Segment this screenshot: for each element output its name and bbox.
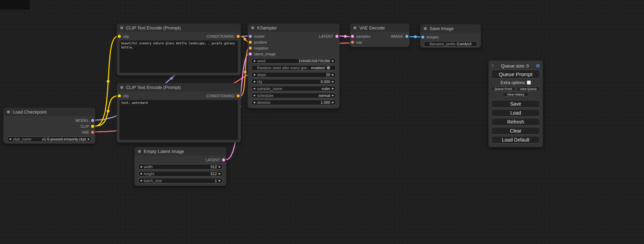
collapse-dot-icon[interactable]	[138, 150, 141, 153]
collapse-dot-icon[interactable]	[353, 26, 356, 29]
widget-label: cfg	[257, 80, 262, 84]
samples-input-dot[interactable]	[351, 35, 354, 38]
slot-label-samples: samples	[356, 34, 370, 38]
increment-arrow-icon[interactable]: ▶	[332, 79, 334, 84]
node-empty-latent-image[interactable]: Empty Latent Image LATENT ◀ width 512 ▶ …	[134, 147, 226, 186]
negative-input-dot[interactable]	[249, 46, 252, 49]
vae-input-dot[interactable]	[351, 40, 354, 44]
slot-row-model-latent: model LATENT	[248, 33, 339, 39]
decrement-arrow-icon[interactable]: ◀	[253, 100, 255, 105]
model-input-dot[interactable]	[249, 35, 252, 38]
width-widget[interactable]: ◀ width 512 ▶	[138, 164, 223, 170]
decrement-arrow-icon[interactable]: ◀	[253, 72, 255, 77]
cfg-widget[interactable]: ◀ cfg 8.000 ▶	[251, 79, 336, 84]
drag-handle-icon[interactable]: ⠿	[491, 64, 494, 68]
node-load-checkpoint[interactable]: Load Checkpoint MODEL CLIP VAE ◀ ckpt_na…	[3, 108, 95, 144]
node-vae-decode[interactable]: VAE Decode samples IMAGE vae	[350, 24, 409, 47]
steps-widget[interactable]: ◀ steps 20 ▶	[251, 72, 336, 78]
decrement-arrow-icon[interactable]: ◀	[253, 86, 255, 91]
queue-prompt-button[interactable]: Queue Prompt	[491, 70, 540, 79]
extra-options-checkbox[interactable]	[527, 81, 531, 84]
latent-image-input-dot[interactable]	[249, 52, 252, 55]
decrement-arrow-icon[interactable]: ◀	[140, 171, 142, 176]
conditioning-output-dot[interactable]	[237, 35, 240, 38]
node-clip-text-encode-negative[interactable]: CLIP Text Encode (Prompt) clip CONDITION…	[117, 83, 241, 143]
increment-arrow-icon[interactable]: ▶	[332, 72, 334, 77]
latent-output-dot[interactable]	[335, 35, 338, 38]
node-save-image[interactable]: Save Image images filename_prefix ComfyU…	[420, 24, 481, 48]
image-output-dot[interactable]	[405, 35, 408, 38]
decrement-arrow-icon[interactable]: ◀	[140, 164, 142, 169]
widget-value: 20	[326, 73, 330, 77]
negative-prompt-textarea[interactable]: text, watermark	[120, 100, 238, 140]
node-title-bar[interactable]: CLIP Text Encode (Prompt)	[117, 83, 241, 91]
model-output-dot[interactable]	[91, 119, 94, 122]
batch-size-widget[interactable]: ◀ batch_size 1 ▶	[138, 178, 223, 183]
collapse-dot-icon[interactable]	[424, 27, 427, 30]
node-clip-text-encode-positive[interactable]: CLIP Text Encode (Prompt) clip CONDITION…	[117, 24, 241, 75]
decrement-arrow-icon[interactable]: ◀	[253, 93, 255, 98]
positive-prompt-textarea[interactable]: beautiful scenery nature glass bottle la…	[120, 40, 238, 73]
increment-arrow-icon[interactable]: ▶	[332, 100, 334, 105]
wire-midpoint-dot-clip-negative	[107, 110, 109, 112]
ckpt-name-widget[interactable]: ◀ ckpt_name v1-5-pruned-emaonly.ckpt ▶	[7, 136, 92, 142]
conditioning-output-dot[interactable]	[237, 94, 240, 97]
denoise-widget[interactable]: ◀ denoise 1.000 ▶	[251, 100, 336, 105]
collapse-dot-icon[interactable]	[120, 26, 123, 29]
widget-label: filename_prefix	[430, 42, 456, 46]
node-title-bar[interactable]: CLIP Text Encode (Prompt)	[117, 24, 241, 32]
queue-front-button[interactable]: Queue Front	[491, 87, 515, 91]
decrement-arrow-icon[interactable]: ◀	[9, 137, 11, 142]
node-ksampler[interactable]: KSampler model LATENT positive negative …	[248, 24, 339, 108]
seed-widget[interactable]: ◀ seed 156680208700286 ▶	[251, 58, 336, 64]
widget-label: ckpt_name	[13, 137, 32, 141]
random-seed-toggle-widget[interactable]: Random seed after every gen enabled	[251, 65, 336, 71]
slot-label-clip: CLIP	[81, 124, 89, 128]
filename-prefix-widget[interactable]: filename_prefix ComfyUI	[424, 41, 477, 47]
clip-input-dot[interactable]	[118, 35, 121, 38]
wire-midpoint-dot-latent-output	[344, 35, 347, 38]
node-graph-canvas[interactable]: Load Checkpoint MODEL CLIP VAE ◀ ckpt_na…	[0, 0, 644, 244]
sampler-name-widget[interactable]: ◀ sampler_name euler ▶	[251, 86, 336, 91]
collapse-dot-icon[interactable]	[120, 86, 123, 89]
clear-button[interactable]: Clear	[491, 127, 540, 135]
increment-arrow-icon[interactable]: ▶	[88, 137, 90, 142]
node-title-bar[interactable]: Empty Latent Image	[134, 147, 226, 155]
increment-arrow-icon[interactable]: ▶	[219, 164, 221, 169]
positive-input-dot[interactable]	[249, 40, 252, 44]
save-button[interactable]: Save	[491, 100, 540, 108]
node-title-bar[interactable]: Load Checkpoint	[3, 108, 95, 116]
widget-label: height	[144, 172, 154, 176]
clip-output-dot[interactable]	[91, 125, 94, 128]
load-default-button[interactable]: Load Default	[491, 136, 540, 144]
vae-output-dot[interactable]	[91, 130, 94, 134]
increment-arrow-icon[interactable]: ▶	[219, 171, 221, 176]
decrement-arrow-icon[interactable]: ◀	[253, 58, 255, 63]
refresh-button[interactable]: Refresh	[491, 118, 540, 126]
clip-input-dot[interactable]	[118, 94, 121, 97]
comfy-menu-panel[interactable]: ⠿ Queue size: 0 ⚙ Queue Prompt Extra opt…	[488, 61, 543, 147]
images-input-dot[interactable]	[421, 35, 424, 38]
decrement-arrow-icon[interactable]: ◀	[253, 79, 255, 84]
node-title-bar[interactable]: KSampler	[248, 24, 339, 32]
toggle-knob-icon[interactable]	[327, 66, 330, 70]
decrement-arrow-icon[interactable]: ◀	[140, 178, 142, 183]
settings-gear-icon[interactable]: ⚙	[536, 63, 540, 69]
node-title-bar[interactable]: Save Image	[420, 24, 481, 33]
increment-arrow-icon[interactable]: ▶	[332, 93, 334, 98]
increment-arrow-icon[interactable]: ▶	[219, 178, 221, 183]
node-title-bar[interactable]: VAE Decode	[350, 24, 409, 32]
collapse-dot-icon[interactable]	[7, 110, 10, 114]
view-queue-button[interactable]: View Queue	[517, 87, 540, 91]
scheduler-widget[interactable]: ◀ scheduler normal ▶	[251, 93, 336, 98]
view-history-button[interactable]: View History	[503, 92, 529, 97]
latent-output-dot[interactable]	[222, 158, 225, 161]
increment-arrow-icon[interactable]: ▶	[332, 86, 334, 91]
load-button[interactable]: Load	[491, 109, 540, 117]
output-slot-clip: CLIP	[3, 123, 95, 129]
increment-arrow-icon[interactable]: ▶	[332, 58, 334, 63]
extra-options-row: Extra options	[491, 80, 540, 85]
collapse-dot-icon[interactable]	[251, 26, 254, 29]
height-widget[interactable]: ◀ height 512 ▶	[138, 171, 223, 177]
output-slot-latent: LATENT	[134, 157, 226, 163]
